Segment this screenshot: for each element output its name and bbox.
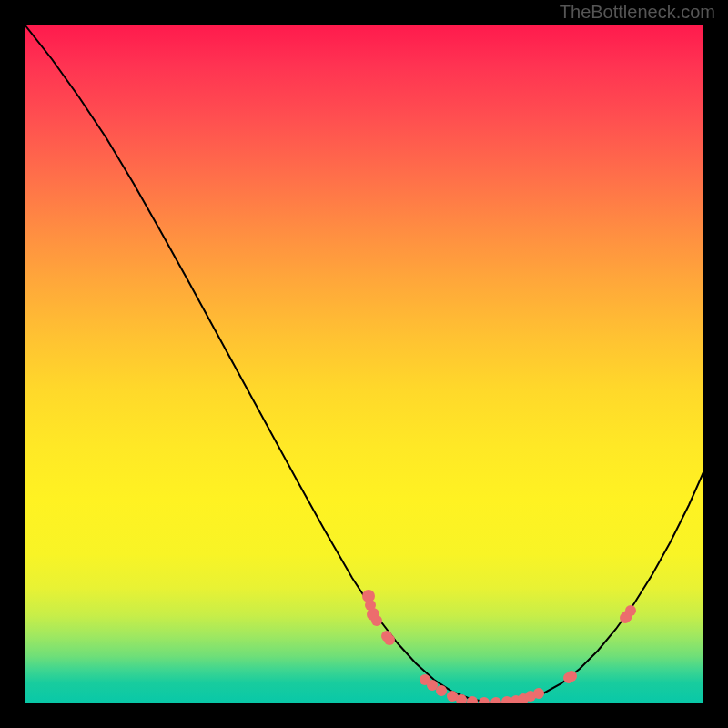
watermark-text: TheBottleneck.com	[560, 2, 715, 23]
data-marker	[447, 691, 458, 702]
data-marker	[566, 671, 577, 682]
data-marker	[384, 634, 395, 645]
data-marker	[436, 685, 447, 696]
data-marker	[620, 612, 631, 623]
data-marker	[518, 693, 529, 703]
data-marker	[479, 697, 490, 703]
data-markers-group	[362, 590, 636, 703]
data-marker	[362, 590, 375, 602]
data-marker	[420, 674, 430, 685]
bottleneck-curve	[25, 25, 703, 703]
data-marker	[371, 615, 382, 626]
data-marker	[490, 697, 501, 703]
data-marker	[563, 672, 574, 683]
data-marker	[365, 600, 376, 611]
data-marker	[456, 694, 467, 703]
data-marker	[625, 605, 636, 616]
data-marker	[501, 696, 512, 703]
data-marker	[427, 680, 438, 691]
data-marker	[622, 611, 632, 622]
data-marker	[525, 691, 536, 702]
data-marker	[533, 688, 544, 699]
data-marker	[467, 696, 478, 703]
chart-svg	[25, 25, 703, 703]
data-marker	[511, 695, 521, 703]
chart-plot-area	[25, 25, 703, 703]
data-marker	[381, 631, 392, 642]
data-marker	[367, 608, 379, 621]
